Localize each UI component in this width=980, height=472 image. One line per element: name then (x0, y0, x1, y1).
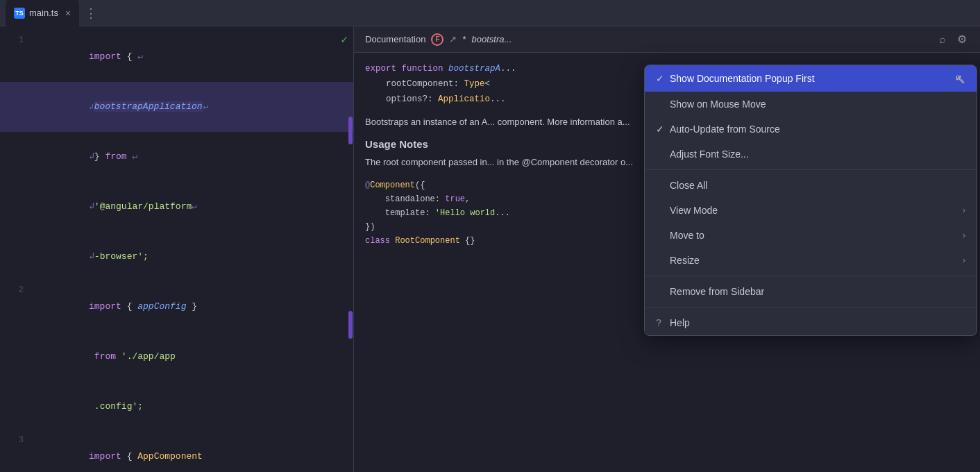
submenu-arrow-icon: › (963, 255, 965, 265)
menu-divider-2 (645, 276, 977, 276)
code-line-3: 3 import { AppComponent (0, 432, 353, 472)
menu-item-remove-sidebar[interactable]: Remove from Sidebar (645, 279, 977, 304)
code-line-1d: ↲'@angular/platform↵ (0, 182, 353, 232)
line-code: ↲} from ↵ (35, 132, 353, 182)
line-code: import { AppComponent (35, 432, 353, 472)
menu-item-auto-update[interactable]: ✓ Auto-Update from Source (645, 117, 977, 142)
scrollbar-thumb-2[interactable] (348, 311, 353, 339)
code-content: 1 import { ↵ ✓ ↲bootstrapApplication↵ ↲}… (0, 26, 353, 472)
menu-divider-1 (645, 169, 977, 170)
main-ts-tab[interactable]: TS main.ts × (6, 0, 79, 26)
menu-divider-3 (645, 307, 977, 307)
header-action-buttons: ⌕ ⚙ (936, 33, 969, 47)
menu-item-label: Show Documentation Popup First (670, 73, 958, 84)
doc-header: Documentation F ↗ * bootstra... ⌕ ⚙ (354, 26, 980, 53)
main-area: 1 import { ↵ ✓ ↲bootstrapApplication↵ ↲}… (0, 26, 980, 472)
line-number: 2 (0, 282, 35, 298)
line-code: .config'; (35, 382, 353, 432)
f-icon: F (431, 33, 443, 46)
code-line-1b: ↲bootstrapApplication↵ (0, 82, 353, 132)
menu-item-label: Remove from Sidebar (670, 286, 965, 297)
question-icon: ? (656, 317, 670, 328)
tab-close-button[interactable]: × (65, 8, 71, 19)
tab-bar: TS main.ts × ⋮ (0, 0, 980, 26)
code-line-1: 1 import { ↵ ✓ (0, 32, 353, 82)
menu-item-show-mouse-move[interactable]: Show on Mouse Move (645, 92, 977, 117)
check-icon: ✓ (656, 124, 670, 135)
menu-item-show-doc-popup[interactable]: ✓ Show Documentation Popup First ↖ (645, 65, 977, 92)
search-icon[interactable]: ⌕ (936, 33, 949, 47)
check-icon: ✓ (656, 73, 670, 84)
menu-item-close-all[interactable]: Close All (645, 173, 977, 198)
cursor-icon: ↖ (955, 71, 965, 87)
submenu-arrow-icon: › (963, 230, 965, 240)
line-code: from './app/app (35, 332, 353, 382)
menu-item-move-to[interactable]: Move to › (645, 223, 977, 248)
line-code: ↲-browser'; (35, 232, 353, 282)
scrollbar-thumb[interactable] (348, 117, 353, 144)
menu-item-label: Help (670, 317, 965, 328)
line-code: ↲bootstrapApplication↵ (35, 82, 353, 132)
code-line-2b: from './app/app (0, 332, 353, 382)
code-line-1c: ↲} from ↵ (0, 132, 353, 182)
menu-item-label: Move to (670, 230, 963, 241)
menu-item-label: Close All (670, 180, 965, 191)
code-line-1e: ↲-browser'; (0, 232, 353, 282)
menu-item-label: Resize (670, 255, 963, 266)
doc-filename: bootstra... (472, 34, 512, 44)
documentation-pane: Documentation F ↗ * bootstra... ⌕ ⚙ expo… (354, 26, 980, 472)
line-code: ↲'@angular/platform↵ (35, 182, 353, 232)
menu-item-help[interactable]: ? Help (645, 310, 977, 335)
doc-header-title: Documentation (365, 34, 425, 44)
code-editor[interactable]: 1 import { ↵ ✓ ↲bootstrapApplication↵ ↲}… (0, 26, 354, 472)
scrollbar-track[interactable] (348, 26, 353, 472)
line-code: import { ↵ (35, 32, 341, 82)
code-line-2: 2 import { appConfig } (0, 282, 353, 332)
menu-item-label: Adjust Font Size... (670, 149, 965, 160)
tab-more-button[interactable]: ⋮ (85, 6, 97, 21)
modified-indicator: * (462, 34, 466, 44)
menu-item-label: Auto-Update from Source (670, 124, 965, 135)
line-number: 3 (0, 432, 35, 448)
menu-item-resize[interactable]: Resize › (645, 248, 977, 273)
menu-item-label: Show on Mouse Move (670, 99, 965, 110)
ts-icon: TS (14, 8, 25, 19)
menu-item-label: View Mode (670, 205, 963, 216)
tab-title: main.ts (29, 8, 58, 18)
external-link-icon[interactable]: ↗ (449, 34, 457, 44)
menu-item-view-mode[interactable]: View Mode › (645, 198, 977, 223)
code-line-2c: .config'; (0, 382, 353, 432)
line-code: import { appConfig } (35, 282, 353, 332)
gear-icon[interactable]: ⚙ (955, 33, 969, 47)
context-menu: ✓ Show Documentation Popup First ↖ Show … (644, 65, 977, 336)
submenu-arrow-icon: › (963, 205, 965, 215)
menu-item-adjust-font[interactable]: Adjust Font Size... (645, 142, 977, 167)
line-number: 1 (0, 32, 35, 49)
check-mark: ✓ (341, 32, 348, 49)
